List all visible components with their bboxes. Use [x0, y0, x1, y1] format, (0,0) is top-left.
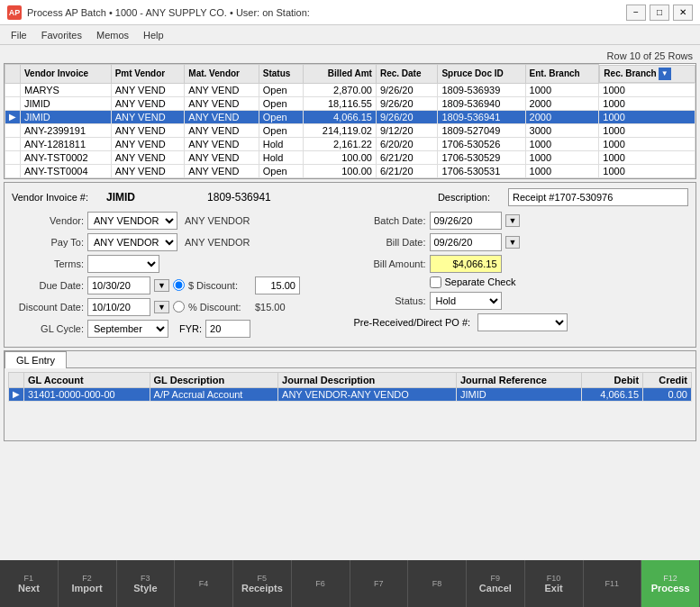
- tab-header: GL Entry: [5, 351, 695, 368]
- description-label: Description:: [438, 192, 490, 203]
- gl-cell-account: 31401-0000-000-00: [24, 387, 150, 401]
- row-indicator: ▶: [5, 110, 21, 123]
- function-key-bar: F1 Next F2 Import F3 Style F4 F5 Receipt…: [0, 560, 700, 607]
- fkey-f10[interactable]: F10 Exit: [525, 560, 584, 607]
- gl-col-journal-desc[interactable]: Journal Description: [278, 372, 457, 387]
- fkey-f5[interactable]: F5 Receipts: [233, 560, 292, 607]
- vendor-select[interactable]: ANY VENDOR: [87, 212, 177, 230]
- col-vendor-invoice[interactable]: Vendor Invoice: [21, 65, 112, 84]
- fkey-num: F12: [663, 574, 677, 583]
- table-row[interactable]: ANY-1281811 ANY VEND ANY VEND Hold 2,161…: [5, 137, 695, 150]
- gl-table: GL Account GL Description Journal Descri…: [8, 372, 692, 402]
- cell-mat-vendor: ANY VEND: [185, 110, 259, 123]
- tab-gl-entry[interactable]: GL Entry: [5, 351, 67, 368]
- col-rec-date[interactable]: Rec. Date: [376, 65, 438, 84]
- vendor-name: ANY VENDOR: [185, 215, 250, 226]
- vendor-invoice-table: Vendor Invoice Pmt Vendor Mat. Vendor St…: [5, 64, 695, 178]
- fkey-label: Process: [651, 583, 690, 593]
- terms-select[interactable]: [87, 255, 159, 273]
- cell-status: Open: [259, 123, 304, 137]
- fkey-label: Receipts: [241, 583, 283, 593]
- menu-memos[interactable]: Memos: [89, 28, 136, 42]
- table-row[interactable]: MARYS ANY VEND ANY VEND Open 2,870.00 9/…: [5, 83, 695, 96]
- fkey-f4[interactable]: F4: [175, 560, 233, 607]
- gl-cell-debit: 4,066.15: [581, 387, 642, 401]
- col-billed-amt[interactable]: Billed Amt: [304, 65, 376, 84]
- cell-rec-branch: 1000: [599, 137, 695, 150]
- minimize-button[interactable]: −: [626, 5, 646, 21]
- fkey-f9[interactable]: F9 Cancel: [467, 560, 525, 607]
- pct-discount-radio[interactable]: [173, 301, 185, 313]
- vendor-label: Vendor:: [12, 215, 84, 226]
- fkey-f7[interactable]: F7: [350, 560, 409, 607]
- prereceived-select[interactable]: [477, 313, 568, 331]
- batch-date-input[interactable]: [430, 212, 502, 230]
- table-scroll[interactable]: Vendor Invoice Pmt Vendor Mat. Vendor St…: [5, 64, 695, 178]
- cell-pmt-vendor: ANY VEND: [111, 83, 185, 96]
- table-row[interactable]: ANY-TST0002 ANY VEND ANY VEND Hold 100.0…: [5, 150, 695, 164]
- table-row[interactable]: ANY-2399191 ANY VEND ANY VEND Open 214,1…: [5, 123, 695, 137]
- fkey-num: F6: [315, 579, 325, 588]
- col-ent-branch[interactable]: Ent. Branch: [525, 65, 599, 84]
- col-pmt-vendor[interactable]: Pmt Vendor: [111, 65, 185, 84]
- close-button[interactable]: ✕: [673, 5, 693, 21]
- fkey-f6[interactable]: F6: [292, 560, 350, 607]
- fyr-input[interactable]: [205, 320, 250, 338]
- fkey-f8[interactable]: F8: [408, 560, 467, 607]
- fkey-f2[interactable]: F2 Import: [59, 560, 117, 607]
- cell-spruce-doc-id: 1809-527049: [438, 123, 525, 137]
- col-spruce-doc-id[interactable]: Spruce Doc ID: [438, 65, 525, 84]
- dollar-discount-input[interactable]: [255, 276, 300, 294]
- table-row[interactable]: ANY-TST0004 ANY VEND ANY VEND Open 100.0…: [5, 164, 695, 177]
- bill-date-dropdown-icon[interactable]: ▼: [505, 236, 521, 249]
- gl-col-credit[interactable]: Credit: [643, 372, 692, 387]
- col-mat-vendor[interactable]: Mat. Vendor: [185, 65, 259, 84]
- cell-rec-date: 6/21/20: [376, 150, 438, 164]
- batch-date-dropdown-icon[interactable]: ▼: [505, 214, 521, 227]
- bill-amount-label: Bill Amount:: [354, 258, 426, 269]
- row-indicator: [5, 150, 21, 164]
- separate-check-checkbox[interactable]: [430, 276, 441, 288]
- fkey-f3[interactable]: F3 Style: [117, 560, 176, 607]
- maximize-button[interactable]: □: [650, 5, 669, 21]
- cell-billed-amt: 100.00: [304, 150, 376, 164]
- description-input[interactable]: [508, 188, 688, 206]
- status-select[interactable]: Hold Open: [430, 292, 502, 310]
- discount-date-input[interactable]: [87, 298, 150, 316]
- menu-favorites[interactable]: Favorites: [34, 28, 89, 42]
- menu-help[interactable]: Help: [136, 28, 171, 42]
- gl-col-description[interactable]: GL Description: [150, 372, 277, 387]
- cell-ent-branch: 1000: [525, 150, 599, 164]
- bill-amount-input[interactable]: [430, 255, 502, 273]
- dollar-discount-radio[interactable]: [173, 279, 185, 291]
- gl-cycle-label: GL Cycle:: [12, 323, 84, 334]
- gl-entry-section: GL Entry GL Account GL Description Journ…: [4, 350, 696, 441]
- gl-col-debit[interactable]: Debit: [581, 372, 642, 387]
- gl-col-account[interactable]: GL Account: [24, 372, 150, 387]
- col-status[interactable]: Status: [259, 65, 304, 84]
- cell-ent-branch: 2000: [525, 110, 599, 123]
- fkey-num: F4: [199, 579, 209, 588]
- fkey-f12[interactable]: F12 Process: [641, 560, 700, 607]
- filter-icon[interactable]: ▼: [659, 68, 671, 80]
- menu-file[interactable]: File: [4, 28, 34, 42]
- table-row[interactable]: JIMID ANY VEND ANY VEND Open 18,116.55 9…: [5, 96, 695, 110]
- gl-col-journal-ref[interactable]: Journal Reference: [456, 372, 581, 387]
- fkey-label: Exit: [545, 583, 563, 593]
- due-date-input[interactable]: [87, 276, 150, 294]
- cell-rec-branch: 1000: [599, 164, 695, 177]
- table-row[interactable]: ▶ JIMID ANY VEND ANY VEND Open 4,066.15 …: [5, 110, 695, 123]
- fkey-num: F8: [432, 579, 442, 588]
- payto-select[interactable]: ANY VENDOR: [87, 233, 177, 251]
- title-text: Process AP Batch • 1000 - ANY SUPPLY CO.…: [27, 7, 626, 18]
- fkey-f1[interactable]: F1 Next: [0, 560, 59, 607]
- gl-cycle-select[interactable]: September: [87, 320, 168, 338]
- fkey-f11[interactable]: F11: [584, 560, 642, 607]
- discount-date-dropdown-icon[interactable]: ▼: [154, 301, 169, 313]
- cell-spruce-doc-id: 1809-536939: [438, 83, 525, 96]
- bill-date-input[interactable]: [430, 233, 502, 251]
- gl-table-row[interactable]: ▶ 31401-0000-000-00 A/P Accrual Account …: [9, 387, 692, 401]
- form-columns: Vendor: ANY VENDOR ANY VENDOR Pay To: AN…: [12, 212, 688, 341]
- due-date-dropdown-icon[interactable]: ▼: [154, 279, 169, 292]
- col-rec-branch[interactable]: Rec. Branch ▼: [599, 65, 695, 83]
